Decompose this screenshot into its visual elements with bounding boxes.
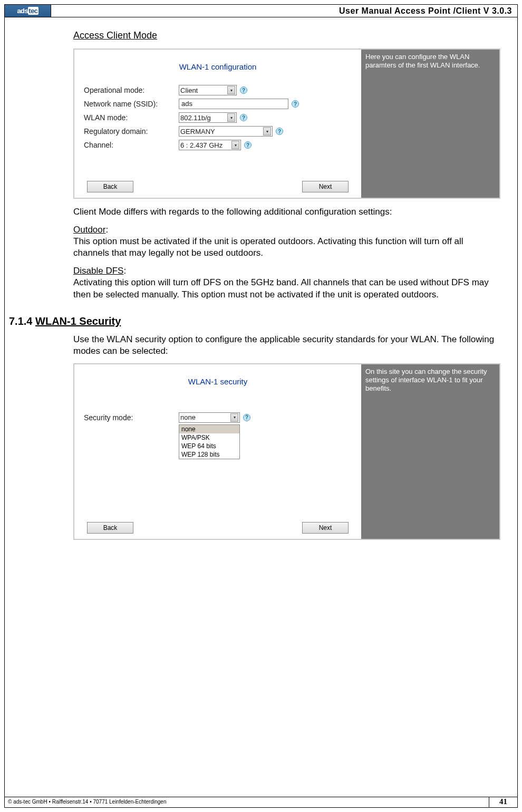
label-reg-domain: Regulatory domain:: [84, 127, 179, 136]
label-wlan-mode: WLAN mode:: [84, 113, 179, 122]
wlan1-config-screenshot: WLAN-1 configuration Operational mode: C…: [73, 49, 500, 199]
back-button[interactable]: Back: [87, 181, 133, 192]
page-number: 41: [489, 797, 517, 807]
heading-number: 7.1.4: [9, 315, 35, 327]
page-border: adstec User Manual Access Point /Client …: [4, 4, 518, 808]
text-disable-dfs: Disable DFS: Activating this option will…: [73, 265, 501, 300]
security-mode-dropdown[interactable]: none WPA/PSK WEP 64 bits WEP 128 bits: [179, 424, 240, 459]
content: Access Client Mode WLAN-1 configuration …: [5, 17, 517, 540]
row-security-mode: Security mode: none ▾ ?: [84, 412, 352, 423]
label-op-mode: Operational mode:: [84, 86, 179, 94]
row-ssid: Network name (SSID): ads ?: [84, 99, 352, 109]
logo-text: adstec: [17, 7, 38, 15]
chevron-down-icon: ▾: [227, 86, 235, 94]
body-outdoor: This option must be activated if the uni…: [73, 236, 463, 258]
help-icon[interactable]: ?: [240, 114, 247, 121]
option-none[interactable]: none: [179, 425, 239, 433]
label-channel: Channel:: [84, 141, 179, 149]
footer-copyright: © ads-tec GmbH • Raiffeisenstr.14 • 7077…: [5, 797, 489, 807]
option-wpa-psk[interactable]: WPA/PSK: [179, 433, 239, 442]
help-icon[interactable]: ?: [244, 141, 252, 149]
help-icon[interactable]: ?: [292, 100, 299, 108]
select-reg-domain[interactable]: GERMANY ▾: [179, 126, 273, 137]
heading-text: WLAN-1 Security: [35, 315, 121, 327]
label-security-mode: Security mode:: [84, 413, 179, 422]
heading-disable-dfs: Disable DFS: [73, 266, 123, 276]
wlan1-security-help-sidebar: On this site you can change the security…: [361, 364, 499, 539]
select-channel[interactable]: 6 : 2.437 GHz ▾: [179, 140, 241, 150]
chevron-down-icon: ▾: [231, 141, 239, 149]
text-outdoor: Outdoor: This option must be activated i…: [73, 224, 501, 259]
next-button[interactable]: Next: [302, 181, 349, 192]
text-client-mode-differs: Client Mode differs with regards to the …: [73, 206, 501, 218]
header-title: User Manual Access Point /Client V 3.0.3: [51, 5, 517, 17]
help-icon[interactable]: ?: [240, 86, 247, 94]
logo: adstec: [5, 5, 51, 17]
input-ssid[interactable]: ads: [179, 99, 288, 109]
back-button[interactable]: Back: [87, 522, 133, 534]
label-ssid: Network name (SSID):: [84, 100, 179, 108]
section-title-access-client-mode: Access Client Mode: [73, 30, 501, 41]
text-security-intro: Use the WLAN security option to configur…: [73, 334, 501, 357]
row-reg-domain: Regulatory domain: GERMANY ▾ ?: [84, 126, 352, 137]
chevron-down-icon: ▾: [227, 113, 235, 122]
body-disable-dfs: Activating this option will turn off DFS…: [73, 277, 489, 299]
button-row: Back Next: [74, 522, 361, 534]
row-channel: Channel: 6 : 2.437 GHz ▾ ?: [84, 140, 352, 150]
select-security-mode[interactable]: none ▾: [179, 412, 240, 423]
wlan1-config-help-sidebar: Here you can configure the WLAN paramter…: [361, 50, 499, 198]
next-button[interactable]: Next: [302, 522, 349, 534]
option-wep128[interactable]: WEP 128 bits: [179, 450, 239, 459]
select-op-mode[interactable]: Client ▾: [179, 85, 237, 95]
row-op-mode: Operational mode: Client ▾ ?: [84, 85, 352, 95]
select-wlan-mode[interactable]: 802.11b/g ▾: [179, 112, 237, 123]
chevron-down-icon: ▾: [263, 127, 271, 136]
wlan1-security-heading: WLAN-1 security: [84, 377, 352, 386]
wlan1-security-screenshot: WLAN-1 security Security mode: none ▾ ? …: [73, 363, 500, 540]
row-wlan-mode: WLAN mode: 802.11b/g ▾ ?: [84, 112, 352, 123]
heading-outdoor: Outdoor: [73, 225, 105, 235]
wlan1-config-heading: WLAN-1 configuration: [84, 62, 352, 71]
help-icon[interactable]: ?: [243, 414, 250, 421]
heading-7-1-4: 7.1.4 WLAN-1 Security: [9, 315, 501, 327]
button-row: Back Next: [74, 181, 361, 192]
wlan1-security-main: WLAN-1 security Security mode: none ▾ ? …: [74, 364, 361, 539]
chevron-down-icon: ▾: [230, 413, 238, 422]
header-bar: adstec User Manual Access Point /Client …: [5, 5, 517, 17]
wlan1-config-main: WLAN-1 configuration Operational mode: C…: [74, 50, 361, 198]
footer: © ads-tec GmbH • Raiffeisenstr.14 • 7077…: [5, 797, 517, 807]
option-wep64[interactable]: WEP 64 bits: [179, 442, 239, 450]
help-icon[interactable]: ?: [276, 128, 283, 135]
